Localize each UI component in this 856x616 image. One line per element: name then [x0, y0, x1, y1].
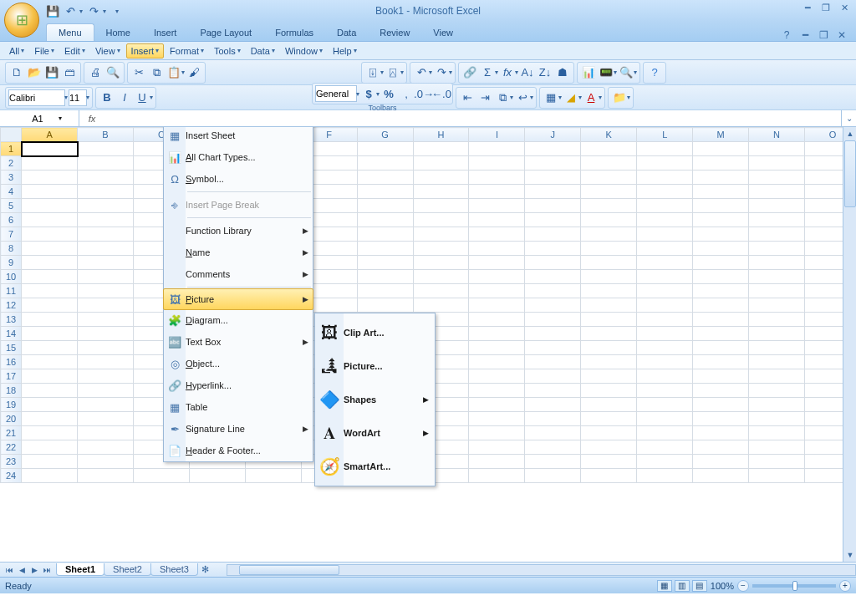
cell[interactable] [525, 327, 581, 341]
hscroll-thumb[interactable] [239, 565, 339, 575]
sheet-first-icon[interactable]: ⏮ [3, 566, 15, 574]
cell[interactable] [78, 355, 134, 369]
col-header[interactable]: J [525, 128, 581, 142]
formula-expand-icon[interactable]: ⌄ [841, 110, 856, 126]
cell[interactable] [22, 199, 78, 213]
row-header[interactable]: 20 [1, 412, 22, 426]
delete-cell-icon[interactable]: ⍓ [385, 64, 401, 81]
cell[interactable] [581, 227, 637, 242]
cell[interactable] [469, 270, 525, 284]
cell[interactable] [78, 327, 134, 341]
ribbon-tab-data[interactable]: Data [325, 24, 368, 41]
cell[interactable] [78, 469, 134, 483]
menu-file[interactable]: File▾ [30, 44, 59, 58]
cell[interactable] [78, 313, 134, 327]
cell[interactable] [22, 455, 78, 469]
cell[interactable] [78, 185, 134, 199]
cell[interactable] [78, 341, 134, 355]
cell[interactable] [357, 256, 413, 270]
cell[interactable] [22, 440, 78, 455]
undo-dd-icon[interactable]: ▾ [429, 69, 432, 76]
col-header[interactable]: M [693, 128, 749, 142]
cell[interactable] [78, 426, 134, 440]
sheet-tab-sheet2[interactable]: Sheet2 [104, 563, 151, 576]
col-header[interactable]: B [78, 128, 134, 142]
cell[interactable] [22, 426, 78, 440]
cell[interactable] [749, 242, 805, 256]
insert-menu-object[interactable]: ◎Object... [164, 353, 313, 374]
cell[interactable] [693, 298, 749, 313]
decrease-indent-icon[interactable]: ⇤ [459, 89, 476, 106]
italic-button[interactable]: I [116, 89, 133, 106]
cut-icon[interactable]: ✂ [130, 64, 147, 81]
cell[interactable] [413, 171, 469, 185]
cell[interactable] [525, 440, 581, 455]
zoom-icon[interactable]: 🔍 [618, 64, 634, 81]
percent-icon[interactable]: % [380, 85, 397, 102]
cell[interactable] [525, 256, 581, 270]
row-header[interactable]: 19 [1, 398, 22, 412]
row-header[interactable]: 21 [1, 426, 22, 440]
row-header[interactable]: 6 [1, 213, 22, 227]
cell[interactable] [22, 355, 78, 369]
new-sheet-button[interactable]: ✻ [197, 564, 214, 575]
cell[interactable] [581, 142, 637, 156]
cell[interactable] [189, 469, 245, 483]
cell[interactable] [693, 213, 749, 227]
cell[interactable] [581, 369, 637, 384]
cell[interactable] [581, 440, 637, 455]
cell[interactable] [581, 412, 637, 426]
borders-icon[interactable]: ▦ [543, 89, 559, 106]
code-dd-icon[interactable]: ▾ [614, 69, 617, 76]
ribbon-tab-review[interactable]: Review [368, 24, 421, 41]
cell[interactable] [469, 298, 525, 313]
cell[interactable] [78, 284, 134, 298]
cell[interactable] [749, 355, 805, 369]
font-name-selector[interactable] [8, 89, 65, 106]
cell[interactable] [693, 440, 749, 455]
scroll-up-icon[interactable]: ▲ [843, 127, 856, 140]
cell[interactable] [693, 256, 749, 270]
cell[interactable] [357, 242, 413, 256]
menu-edit[interactable]: Edit▾ [60, 44, 89, 58]
cell[interactable] [469, 156, 525, 171]
cell[interactable] [357, 142, 413, 156]
cell[interactable] [749, 256, 805, 270]
cell[interactable] [581, 213, 637, 227]
sheet-tab-sheet3[interactable]: Sheet3 [150, 563, 198, 576]
cell[interactable] [637, 227, 693, 242]
cell[interactable] [693, 171, 749, 185]
row-header[interactable]: 12 [1, 298, 22, 313]
insert-menu-picture[interactable]: 🖼Picture▶ [163, 288, 313, 310]
cell[interactable] [413, 185, 469, 199]
row-header[interactable]: 3 [1, 171, 22, 185]
cell[interactable] [749, 341, 805, 355]
insert-menu-name[interactable]: Name▶ [164, 242, 313, 263]
cell[interactable] [78, 142, 134, 156]
underline-button[interactable]: U [134, 89, 150, 106]
new-icon[interactable]: 🗋 [8, 64, 25, 81]
insert-menu-text-box[interactable]: 🔤Text Box▶ [164, 331, 313, 353]
cell[interactable] [525, 469, 581, 483]
cell[interactable] [637, 398, 693, 412]
cell[interactable] [22, 270, 78, 284]
zoom-dd-icon[interactable]: ▾ [634, 69, 637, 76]
zoom-in-button[interactable]: + [839, 580, 851, 592]
normal-view-icon[interactable]: ▦ [657, 580, 672, 592]
undo-icon[interactable]: ↶ [64, 4, 77, 18]
cell[interactable] [525, 313, 581, 327]
zoom-percent[interactable]: 100% [711, 581, 734, 591]
cell[interactable] [78, 227, 134, 242]
cell[interactable] [469, 384, 525, 398]
cell[interactable] [637, 242, 693, 256]
cell[interactable] [78, 256, 134, 270]
cell[interactable] [637, 341, 693, 355]
col-header[interactable]: A [22, 128, 78, 142]
cell[interactable] [469, 242, 525, 256]
cell[interactable] [749, 156, 805, 171]
cell[interactable] [749, 455, 805, 469]
minimize-button[interactable]: ━ [799, 2, 816, 13]
ribbon-tab-view[interactable]: View [421, 24, 465, 41]
ribbon-tab-home[interactable]: Home [94, 24, 142, 41]
cell[interactable] [749, 298, 805, 313]
